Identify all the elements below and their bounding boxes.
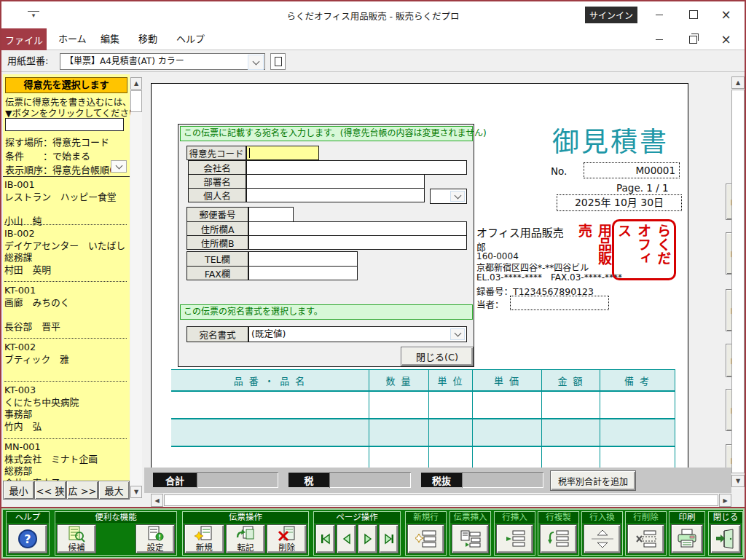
minimize-button[interactable] [643,1,675,28]
list-separator [4,224,127,225]
group-header: 行削除 [626,512,666,523]
maximize-button[interactable] [677,1,710,28]
rows-new-icon [415,529,437,548]
addressee-format-combobox[interactable]: (既定値) [248,326,467,342]
group-header: ヘルプ [7,512,49,523]
person-title-dropdown[interactable] [430,189,467,204]
customer-code: MN-001 [4,441,127,454]
scroll-up-icon: ▲ [736,79,740,86]
sidebar-min-button[interactable]: 最小 [3,481,34,500]
scroll-left-button[interactable]: ◀ [151,494,163,507]
row-duplicate-icon [548,529,570,548]
candidate-button[interactable]: 候補 [57,524,96,553]
new-row-button[interactable] [407,524,444,553]
tab-file[interactable]: ファイル [1,28,47,50]
child-minimize-button[interactable] [643,28,675,50]
restore-icon [689,36,697,44]
col-note: 備 考 [600,370,675,390]
table-row[interactable] [171,392,675,419]
child-close-button[interactable]: × [710,28,742,50]
sales-rep-field[interactable] [510,296,609,310]
page-vertical-scroll-thumb[interactable] [731,90,745,473]
first-page-button[interactable] [315,524,335,553]
help-button[interactable]: ? [8,524,47,553]
address-a-label: 住所欄A [186,221,248,236]
button-label: 転記 [237,543,254,552]
table-row[interactable] [171,419,675,447]
post-voucher-button[interactable]: 転記 [226,524,266,553]
dialog-close-button[interactable]: 閉じる(C) [401,347,474,366]
sidebar-narrow-button[interactable]: << 狭 [34,481,66,500]
text-caret [249,148,250,158]
tab-move[interactable]: 移動 [134,28,162,50]
paper-properties-button[interactable] [270,53,286,70]
delete-row-button[interactable] [627,524,664,553]
new-voucher-button[interactable]: 新規 [184,524,224,553]
close-button[interactable]: × [710,1,742,28]
customer-search-input[interactable] [5,118,124,131]
settings-button[interactable]: ! 設定 [136,524,175,553]
list-separator [4,281,127,282]
scroll-down-button[interactable]: ▼ [130,486,142,498]
department-input[interactable] [246,174,425,189]
last-page-button[interactable] [379,524,398,553]
doc-no-label: No. [551,165,567,177]
scroll-right-button[interactable]: ▶ [719,494,731,507]
chevron-down-icon[interactable] [450,328,465,340]
page-horizontal-scroll-thumb[interactable] [164,494,718,506]
doc-page-number: Page. 1 / 1 [616,182,669,194]
tel-input[interactable] [248,251,358,267]
addressee-dialog: この伝票に記載する宛名を入力します。(得意先台帳の内容は変更されません) 得意先… [178,124,474,367]
customer-dept: 総務部 [4,465,127,478]
tab-home[interactable]: ホーム [54,28,91,50]
tab-edit[interactable]: 編集 [96,28,124,50]
close-icon: × [721,33,731,46]
delete-voucher-button[interactable]: 削除 [267,524,307,553]
address-b-input[interactable] [248,235,467,250]
sales-rep-label: 当者： [476,297,504,311]
seller-zip-text: 160-0004 [476,251,519,261]
total-value-field [197,472,278,488]
scroll-up-button[interactable]: ▲ [130,77,142,90]
customer-code: IB-001 [4,179,127,192]
customer-name: デイケアセンター いたばし [4,240,127,253]
company-name-input[interactable] [246,160,467,175]
fax-input[interactable] [248,266,358,280]
group-header: 閉じる [709,512,742,523]
person-name-input[interactable] [246,188,425,202]
sidebar-scrollbar[interactable] [130,77,142,498]
customer-code-input[interactable] [246,146,319,160]
insert-voucher-button[interactable] [452,524,489,553]
prev-page-button[interactable] [337,524,356,553]
chevron-down-icon[interactable] [248,55,264,70]
paper-type-combobox[interactable]: 【単票】A4見積書(AT) カラー [60,53,265,70]
scroll-down-button[interactable]: ▼ [731,475,745,487]
print-button[interactable] [671,524,703,553]
document-settings-icon: ! [146,526,165,543]
insert-row-button[interactable] [496,524,533,553]
add-tax-breakdown-button[interactable]: 税率別合計を追加 [550,470,636,491]
tab-help[interactable]: ヘルプ [172,28,209,50]
department-label: 部署名 [188,174,246,189]
swap-row-button[interactable] [584,524,621,553]
sidebar-scroll-thumb[interactable] [130,90,142,112]
doc-no-field[interactable]: M00001 [584,162,680,178]
duplicate-row-button[interactable] [540,524,577,553]
customer-list-item: KT-002 ブティック 雅 [4,342,127,366]
next-page-button[interactable] [358,524,377,553]
sidebar-max-button[interactable]: 最大 [98,481,130,500]
child-restore-button[interactable] [677,28,710,50]
scroll-up-button[interactable]: ▲ [731,76,745,89]
sidebar-wide-button[interactable]: 広 >> [66,481,98,500]
fax-label: FAX欄 [186,266,248,280]
sort-order-dropdown[interactable] [111,160,127,173]
group-voucher-ops: 伝票操作 新規 転記 [182,511,309,556]
chevron-down-icon[interactable] [450,191,465,202]
sidebar-header: 得意先を選択します [5,77,127,93]
button-label: 設定 [147,543,164,552]
signin-button[interactable]: サインイン [585,7,637,23]
zip-input[interactable] [248,207,294,222]
address-a-input[interactable] [248,221,467,236]
doc-date-field[interactable]: 2025年 10月 30日 [557,194,682,211]
close-window-button[interactable] [710,524,741,553]
